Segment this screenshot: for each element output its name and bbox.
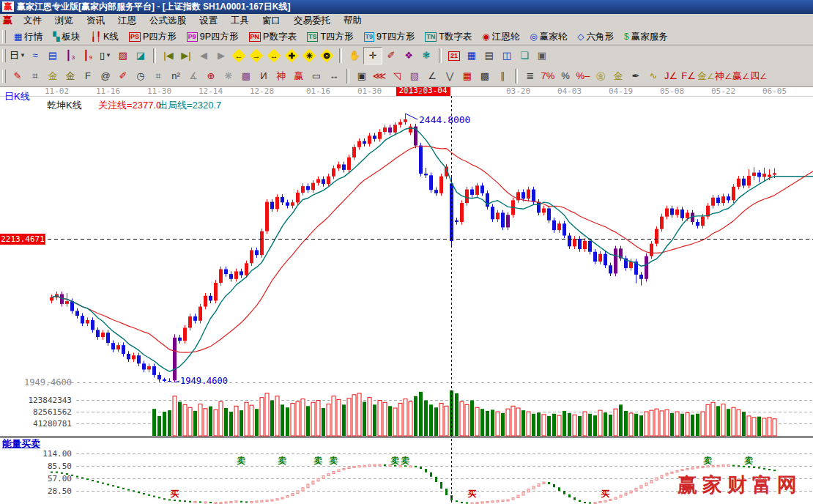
menu-江恩[interactable]: 江恩: [111, 14, 143, 27]
web-box-icon[interactable]: ▩: [237, 68, 255, 84]
fan-box-icon[interactable]: ◹: [388, 68, 406, 84]
draw-brush-icon[interactable]: ✎: [9, 68, 26, 84]
percent-tool-icon[interactable]: %: [557, 68, 574, 84]
menu-帮助[interactable]: 帮助: [337, 14, 368, 27]
winner-wheel-button[interactable]: ◎赢家轮: [524, 29, 572, 45]
percent-line-icon[interactable]: %–: [574, 68, 592, 84]
time-cycle-icon[interactable]: ◷: [132, 68, 149, 84]
nav-next-icon[interactable]: ▶: [212, 48, 230, 64]
menu-公式选股[interactable]: 公式选股: [143, 14, 193, 27]
print-icon[interactable]: ▣: [533, 48, 551, 64]
trend-angles-icon[interactable]: ∠: [423, 68, 441, 84]
n-square-icon[interactable]: n²: [167, 68, 185, 84]
nav-last-icon[interactable]: ▶|: [177, 48, 195, 64]
full-view-icon[interactable]: ❂: [318, 48, 335, 64]
si-angle-icon[interactable]: 四∠: [750, 68, 768, 84]
ruler-123-icon[interactable]: ▭: [308, 68, 325, 84]
brush-measure-icon[interactable]: ✐: [114, 68, 132, 84]
angle-ruler-icon[interactable]: ∡: [185, 68, 202, 84]
wave-mark-icon[interactable]: И: [255, 68, 272, 84]
gold-angle-icon[interactable]: 金∠: [697, 68, 715, 84]
color-ladder-icon[interactable]: ◪: [132, 48, 149, 64]
gann-fence-icon[interactable]: ⌗: [26, 68, 44, 84]
zoom-right-icon[interactable]: →: [248, 48, 265, 64]
crosshair-tool-icon[interactable]: ✛: [363, 47, 382, 64]
gold-circle-icon[interactable]: ㊎: [592, 68, 609, 84]
box-tool-icon[interactable]: ▣: [353, 68, 371, 84]
pen-price-icon[interactable]: ✒: [627, 68, 645, 84]
p-number-button[interactable]: PNP数字表: [244, 29, 302, 45]
gann-pattern-icon[interactable]: ▨: [114, 48, 132, 64]
bar-count-icon[interactable]: ⌗: [149, 68, 167, 84]
kline-period-icon[interactable]: 日▼: [9, 48, 26, 64]
menu-浏览[interactable]: 浏览: [48, 14, 80, 27]
sectors-button[interactable]: ▚板块: [48, 29, 85, 45]
menu-工具[interactable]: 工具: [224, 14, 256, 27]
percent-retrace-icon[interactable]: 7%: [539, 68, 557, 84]
j-angle-icon[interactable]: J∠: [662, 68, 680, 84]
calculator-icon[interactable]: ▦: [463, 48, 480, 64]
ying-fence-icon[interactable]: 赢: [290, 68, 308, 84]
info-panel-icon[interactable]: ▤: [44, 48, 62, 64]
zoom-horizontal-icon[interactable]: ↔: [265, 48, 283, 64]
drawing-toolbar: ✎⌗金金F@✐◷⌗n²∡⊕❋▩И神赢▭↔▣⋘◹▧∠⋁▦▩∥≣7%%%–㊎金✒∿J…: [0, 66, 813, 87]
calendar-icon[interactable]: 21: [445, 48, 463, 64]
gold-fence-down-icon[interactable]: 金: [62, 68, 79, 84]
nav-first-icon[interactable]: |◀: [160, 48, 177, 64]
compress-view-icon[interactable]: ✳: [300, 48, 318, 64]
toolbar-grip[interactable]: [2, 49, 6, 62]
snapshot-icon[interactable]: ❏: [516, 48, 533, 64]
k9-cycle-icon[interactable]: ┃₉: [79, 48, 97, 64]
wave-gold-icon[interactable]: ∿: [645, 68, 662, 84]
t-number-button[interactable]: TNT数字表: [420, 29, 477, 45]
menu-交易委托[interactable]: 交易委托: [287, 14, 337, 27]
price-scale-icon[interactable]: ≣: [521, 68, 539, 84]
measure-tool-icon[interactable]: ✐: [382, 48, 400, 64]
gold-fence-up-icon[interactable]: 金: [44, 68, 62, 84]
overlay-chart-icon[interactable]: ≈: [26, 48, 44, 64]
nav-prev-icon[interactable]: ◀: [195, 48, 212, 64]
parallel-lines-icon[interactable]: ∥: [494, 68, 511, 84]
ying-angle-icon[interactable]: 赢∠: [732, 68, 750, 84]
toolbar-grip[interactable]: [2, 70, 6, 83]
shen-angle-icon[interactable]: 神∠: [715, 68, 732, 84]
notepad-icon[interactable]: ▤: [480, 48, 498, 64]
quotes-button[interactable]: ▦行情: [9, 29, 48, 45]
spiral-tool-icon[interactable]: @: [97, 68, 114, 84]
f-fence-icon[interactable]: F: [79, 68, 97, 84]
circle-cross-icon[interactable]: ⊕: [202, 68, 220, 84]
shen-fence-icon[interactable]: 神: [272, 68, 290, 84]
hand-tool-icon[interactable]: ✋: [346, 48, 363, 64]
v-lines-icon[interactable]: ⋁: [441, 68, 459, 84]
t-square-button[interactable]: TST四方形: [302, 29, 359, 45]
kline-label: K线: [103, 31, 119, 43]
toolbar-grip[interactable]: [2, 30, 6, 43]
kline-button[interactable]: ╽╿K线: [86, 29, 124, 45]
k3-cycle-icon[interactable]: ┃₃: [62, 48, 79, 64]
red-grid-icon[interactable]: ▦: [459, 68, 476, 84]
menu-设置[interactable]: 设置: [193, 14, 224, 27]
gann-node-icon[interactable]: ❖: [400, 48, 417, 64]
candle-type-icon[interactable]: ▯▼: [97, 48, 114, 64]
expand-all-icon[interactable]: ✚: [283, 48, 300, 64]
t9-square-button[interactable]: T99T四方形: [359, 29, 420, 45]
zoom-left-icon[interactable]: ←: [230, 48, 248, 64]
menu-文件[interactable]: 文件: [17, 14, 48, 27]
gann-wheel-button[interactable]: ◉江恩轮: [477, 29, 524, 45]
line-box-icon[interactable]: ▧: [406, 68, 423, 84]
menu-窗口[interactable]: 窗口: [256, 14, 287, 27]
fan-lines-icon[interactable]: ⋘: [371, 68, 388, 84]
winner-service-button[interactable]: $赢家服务: [619, 29, 673, 45]
spider-web-icon[interactable]: ❋: [220, 68, 237, 84]
grid-box-icon[interactable]: ▩: [476, 68, 494, 84]
period-label[interactable]: 日K线: [4, 90, 30, 103]
hexagon-button[interactable]: ◇六角形: [572, 29, 619, 45]
f-angle-icon[interactable]: F∠: [680, 68, 697, 84]
save-icon[interactable]: ◫: [498, 48, 516, 64]
menu-资讯[interactable]: 资讯: [80, 14, 111, 27]
width-arrows-icon[interactable]: ↔: [325, 68, 343, 84]
p9-square-button[interactable]: P99P四方形: [182, 29, 244, 45]
p-square-button[interactable]: PSP四方形: [124, 29, 182, 45]
wave-count-icon[interactable]: ❃: [417, 48, 435, 64]
gold-line-icon[interactable]: 金: [609, 68, 627, 84]
